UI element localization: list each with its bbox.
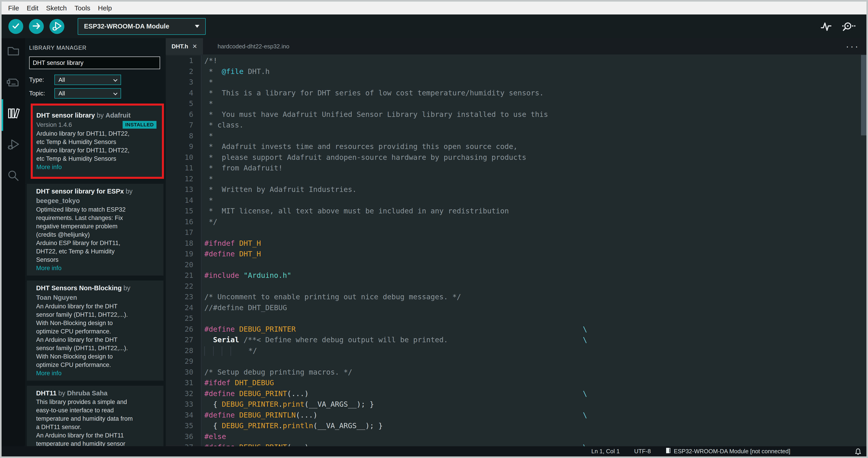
board-selector-dropdown[interactable]: ESP32-WROOM-DA Module bbox=[78, 18, 206, 35]
library-name: DHT sensor library for ESPx bbox=[36, 188, 124, 195]
line-number: 28 bbox=[166, 345, 202, 356]
library-search-input[interactable] bbox=[29, 57, 160, 69]
library-description-line: (credits @helijunky) bbox=[36, 231, 158, 239]
menu-help[interactable]: Help bbox=[94, 4, 116, 12]
code-line-content: #define DHT_H bbox=[202, 249, 866, 259]
editor-scrollbar[interactable] bbox=[861, 55, 866, 136]
line-number: 15 bbox=[166, 206, 202, 217]
library-description-line: Arduino library for DHT11, DHT22, bbox=[36, 146, 156, 154]
cursor-position: Ln 1, Col 1 bbox=[591, 448, 620, 455]
microchip-icon bbox=[665, 447, 671, 456]
by-label: by bbox=[122, 284, 130, 292]
code-line-content bbox=[202, 313, 866, 324]
code-line: 28 */ bbox=[166, 345, 866, 356]
tab-dht-h[interactable]: DHT.h ✕ bbox=[166, 38, 203, 55]
code-line-content: * bbox=[202, 174, 866, 184]
sidebar-item-boards-manager[interactable] bbox=[6, 75, 21, 90]
code-line-content: Serial /**< Define where debug output wi… bbox=[202, 335, 866, 345]
code-line: 33 { DEBUG_PRINTER.print(__VA_ARGS__); } bbox=[166, 399, 866, 410]
library-description-line: easy-to-use interface to read bbox=[36, 406, 158, 414]
line-number: 12 bbox=[166, 174, 202, 184]
code-line-content: * Adafruit invests time and resources pr… bbox=[202, 141, 866, 152]
chevron-down-icon bbox=[113, 91, 117, 95]
code-line-content: * @file DHT.h bbox=[202, 66, 866, 77]
type-filter-select[interactable]: All bbox=[55, 75, 121, 85]
tab-sketch-ino[interactable]: hardcoded-dht22-esp32.ino bbox=[203, 38, 304, 55]
more-info-link[interactable]: More info bbox=[36, 264, 158, 273]
code-line: 11 * from Adafruit! bbox=[166, 163, 866, 174]
more-info-link[interactable]: More info bbox=[36, 369, 158, 377]
menu-edit[interactable]: Edit bbox=[23, 4, 42, 12]
code-editor[interactable]: 1/*!2 * @file DHT.h3 *4 * This is a libr… bbox=[166, 55, 866, 446]
code-line-content: #define DEBUG_PRINT(...) \ bbox=[202, 442, 866, 446]
line-number: 16 bbox=[166, 217, 202, 227]
menu-tools[interactable]: Tools bbox=[71, 4, 94, 12]
sidebar-item-debug[interactable] bbox=[6, 138, 21, 152]
library-entry-highlighted[interactable]: DHT sensor library by AdafruitVersion 1.… bbox=[31, 104, 164, 179]
line-number: 34 bbox=[166, 410, 202, 421]
code-line: 13 * Written by Adafruit Industries. bbox=[166, 184, 866, 195]
menu-sketch[interactable]: Sketch bbox=[42, 4, 71, 12]
code-line-content: * bbox=[202, 131, 866, 142]
topic-filter-label: Topic: bbox=[29, 90, 55, 97]
code-lines: 1/*!2 * @file DHT.h3 *4 * This is a libr… bbox=[166, 55, 866, 446]
code-line: 30/* Setup debug printing macros. */ bbox=[166, 367, 866, 378]
library-entry[interactable]: DHT11 by Dhruba SahaThis library provide… bbox=[27, 386, 163, 446]
library-description-line: With Non-Blocking design to bbox=[36, 352, 158, 361]
indent-guides bbox=[204, 346, 231, 356]
notifications-bell-icon[interactable] bbox=[855, 448, 862, 455]
line-number: 13 bbox=[166, 184, 202, 195]
library-entry[interactable]: DHT sensor library for ESPx by beegee_to… bbox=[27, 184, 163, 276]
code-line: 21#include "Arduino.h" bbox=[166, 270, 866, 281]
panel-title: LIBRARY MANAGER bbox=[29, 45, 162, 51]
right-arrow-icon bbox=[31, 21, 41, 32]
more-info-link[interactable]: More info bbox=[36, 163, 156, 171]
code-line-content: * bbox=[202, 77, 866, 88]
line-number: 33 bbox=[166, 399, 202, 410]
library-author: beegee_tokyo bbox=[36, 197, 80, 204]
line-number: 20 bbox=[166, 259, 202, 270]
menu-file[interactable]: File bbox=[4, 4, 23, 12]
code-line: 27 Serial /**< Define where debug output… bbox=[166, 335, 866, 345]
code-line-content: #else bbox=[202, 431, 866, 442]
line-number: 7 bbox=[166, 120, 202, 131]
library-entry-title: DHT Sensors Non-Blocking by Toan Nguyen bbox=[36, 283, 158, 302]
close-icon[interactable]: ✕ bbox=[192, 43, 197, 50]
arduino-ide-window: File Edit Sketch Tools Help bbox=[0, 0, 868, 458]
by-label: by bbox=[124, 188, 132, 195]
line-number: 29 bbox=[166, 356, 202, 367]
sidebar-item-search[interactable] bbox=[6, 169, 21, 183]
topic-filter-select[interactable]: All bbox=[55, 88, 121, 98]
code-line: 1/*! bbox=[166, 55, 866, 66]
more-actions-icon[interactable]: ··· bbox=[846, 42, 860, 51]
serial-plotter-icon[interactable] bbox=[820, 22, 832, 31]
upload-button[interactable] bbox=[29, 19, 44, 34]
code-line: 2 * @file DHT.h bbox=[166, 66, 866, 77]
code-line: 6 * You must have Adafruit Unified Senso… bbox=[166, 109, 866, 120]
line-number: 32 bbox=[166, 389, 202, 399]
check-icon bbox=[10, 21, 21, 32]
line-number: 4 bbox=[166, 88, 202, 98]
type-filter-label: Type: bbox=[29, 77, 55, 83]
code-line: 8 * bbox=[166, 131, 866, 142]
sidebar-item-sketchbook[interactable] bbox=[6, 44, 21, 59]
library-entry-title: DHT11 by Dhruba Saha bbox=[36, 389, 158, 398]
verify-button[interactable] bbox=[8, 19, 23, 34]
serial-monitor-icon[interactable] bbox=[842, 21, 856, 32]
code-line-content: { DEBUG_PRINTER.print(__VA_ARGS__); } bbox=[202, 399, 866, 410]
code-line: 9 * Adafruit invests time and resources … bbox=[166, 141, 866, 152]
library-description-line: Arduino library for DHT11, DHT22, bbox=[36, 130, 156, 138]
code-line: 20 bbox=[166, 259, 866, 270]
start-debug-button[interactable] bbox=[50, 19, 64, 34]
code-line: 37#define DEBUG_PRINT(...) \ bbox=[166, 442, 866, 446]
line-number: 17 bbox=[166, 227, 202, 238]
line-number: 21 bbox=[166, 270, 202, 281]
line-number: 11 bbox=[166, 163, 202, 174]
library-entry[interactable]: DHT Sensors Non-Blocking by Toan NguyenA… bbox=[27, 281, 163, 381]
sidebar-item-library-manager[interactable] bbox=[6, 107, 21, 121]
code-line: 10 * please support Adafruit andopen-sou… bbox=[166, 152, 866, 163]
type-filter-value: All bbox=[55, 77, 114, 83]
code-line-content: * bbox=[202, 195, 866, 206]
library-description-line: etc Temp & Humidity Sensors bbox=[36, 138, 156, 146]
library-description-line: Sensors bbox=[36, 256, 158, 264]
